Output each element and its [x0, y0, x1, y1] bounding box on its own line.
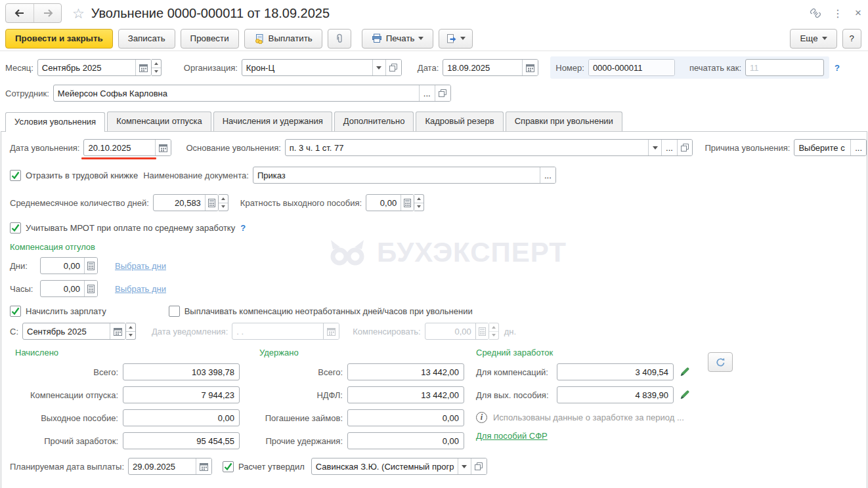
avg-days-spinner[interactable]	[219, 194, 228, 211]
calendar-icon	[323, 323, 339, 339]
number-field[interactable]: 0000-000011	[588, 59, 675, 76]
accrued-vacation-field[interactable]: 7 944,23	[123, 386, 240, 403]
ellipsis-button[interactable]: ...	[661, 140, 677, 155]
from-spinner[interactable]	[126, 323, 136, 340]
employee-field[interactable]: Мейерсон Софья Карловна ...	[53, 85, 451, 102]
planned-date-field[interactable]: 29.09.2025	[128, 458, 212, 475]
edit-pencil-icon[interactable]	[679, 366, 691, 378]
edit-pencil-icon[interactable]	[679, 389, 691, 401]
ellipsis-button[interactable]: ...	[540, 167, 555, 183]
mrot-checkbox-label[interactable]: Учитывать МРОТ при оплате по среднему за…	[26, 223, 235, 233]
tab-personnel-reserve[interactable]: Кадровый резерв	[416, 112, 503, 131]
calendar-icon[interactable]	[110, 323, 125, 339]
tab-dismissal-conditions[interactable]: Условия увольнения	[5, 112, 105, 132]
accrue-row: Начислить зарплату Выплачивать компенсац…	[10, 306, 867, 317]
hours-field[interactable]: 0,00	[40, 280, 98, 297]
doc-name-field[interactable]: Приказ ...	[253, 167, 556, 184]
dismissal-date-field[interactable]: 20.10.2025	[83, 139, 171, 156]
kebab-menu-icon[interactable]: ⋮	[833, 7, 843, 20]
info-icon[interactable]: i	[476, 412, 487, 423]
avg-days-field[interactable]: 20,583	[153, 194, 219, 211]
calendar-icon[interactable]	[155, 140, 171, 155]
cause-field[interactable]: Выберите с ...	[794, 139, 867, 156]
tab-accruals-deductions[interactable]: Начисления и удержания	[213, 112, 332, 131]
write-button[interactable]: Записать	[118, 29, 175, 49]
approver-field[interactable]: Савинская З.Ю. (Системный прогр	[311, 458, 487, 475]
tab-additional[interactable]: Дополнительно	[334, 112, 414, 131]
link-icon[interactable]	[810, 8, 821, 19]
calculator-icon[interactable]	[84, 258, 97, 274]
calendar-icon[interactable]	[522, 60, 538, 75]
select-days-link[interactable]: Выбрать дни	[115, 261, 166, 271]
more-button[interactable]: Еще	[790, 29, 836, 49]
from-field[interactable]: Сентябрь 2025	[22, 323, 126, 340]
open-icon[interactable]	[385, 60, 401, 75]
accrue-salary-label[interactable]: Начислить зарплату	[26, 306, 106, 316]
accrued-severance-field[interactable]: 0,00	[123, 409, 240, 426]
accrue-salary-checkbox[interactable]	[10, 306, 21, 317]
withheld-ndfl-field[interactable]: 13 442,00	[347, 386, 464, 403]
withheld-other-field[interactable]: 0,00	[347, 432, 464, 449]
accrued-total-field[interactable]: 103 398,78	[123, 363, 240, 380]
calculator-icon[interactable]	[84, 281, 97, 296]
avg-compensation-field[interactable]: 3 409,54	[557, 363, 674, 380]
open-icon[interactable]	[677, 140, 693, 155]
tab-dismissal-certificates[interactable]: Справки при увольнении	[506, 112, 622, 131]
calendar-icon[interactable]	[135, 60, 151, 75]
more-label: Еще	[800, 33, 817, 43]
approved-checkbox[interactable]	[223, 461, 234, 472]
print-as-field[interactable]: 11	[745, 59, 824, 76]
withheld-total-field[interactable]: 13 442,00	[347, 363, 464, 380]
document-header: Месяц: Сентябрь 2025 Организация: Крон-Ц…	[0, 51, 868, 109]
basis-field[interactable]: п. 3 ч. 1 ст. 77 ...	[285, 139, 693, 156]
open-icon[interactable]	[471, 458, 487, 474]
check-icon	[11, 224, 20, 232]
help-icon[interactable]: ?	[240, 223, 246, 233]
employee-label: Сотрудник:	[5, 89, 49, 98]
organization-field[interactable]: Крон-Ц	[242, 59, 402, 76]
date-field[interactable]: 18.09.2025	[443, 59, 538, 76]
ellipsis-button[interactable]: ...	[419, 85, 435, 101]
month-field[interactable]: Сентябрь 2025	[37, 59, 152, 76]
pay-button[interactable]: Выплатить	[244, 29, 322, 49]
pay-unworked-checkbox[interactable]	[169, 306, 180, 317]
refresh-button[interactable]	[708, 352, 733, 372]
avg-severance-field[interactable]: 4 839,90	[557, 386, 674, 403]
open-icon[interactable]	[435, 85, 450, 101]
post-and-close-button[interactable]: Провести и закрыть	[5, 29, 113, 49]
attachments-button[interactable]	[328, 29, 351, 49]
calculator-icon[interactable]	[401, 195, 414, 211]
pay-icon	[254, 33, 265, 44]
severance-spinner[interactable]	[414, 194, 424, 211]
export-button[interactable]	[439, 29, 473, 49]
export-icon	[446, 33, 456, 44]
workbook-checkbox[interactable]	[10, 170, 21, 181]
close-icon[interactable]: ×	[855, 7, 861, 20]
number-value: 0000-000011	[589, 60, 674, 75]
accrued-other-field[interactable]: 95 454,55	[123, 432, 240, 449]
month-spinner[interactable]	[152, 59, 162, 76]
help-icon[interactable]: ?	[835, 63, 840, 73]
pay-unworked-label[interactable]: Выплачивать компенсацию неотработанных д…	[184, 306, 473, 316]
withheld-loans-field[interactable]: 0,00	[347, 409, 464, 426]
chevron-down-icon[interactable]	[372, 60, 385, 75]
ellipsis-button[interactable]: ...	[850, 140, 866, 155]
help-button[interactable]: ?	[842, 29, 861, 49]
approved-checkbox-label[interactable]: Расчет утвердил	[238, 462, 305, 472]
calculator-icon[interactable]	[205, 195, 218, 211]
favorite-star-icon[interactable]: ☆	[72, 7, 85, 20]
days-field[interactable]: 0,00	[40, 257, 98, 274]
mrot-checkbox[interactable]	[10, 222, 21, 234]
chevron-down-icon[interactable]	[458, 458, 471, 474]
print-button[interactable]: Печать	[362, 29, 434, 49]
forward-button[interactable]	[33, 4, 61, 22]
severance-field[interactable]: 0,00	[366, 194, 414, 211]
sfr-benefits-link[interactable]: Для пособий СФР	[476, 431, 548, 441]
back-button[interactable]	[6, 4, 33, 22]
workbook-checkbox-label[interactable]: Отразить в трудовой книжке	[26, 171, 138, 180]
chevron-down-icon[interactable]	[648, 140, 661, 155]
select-hours-link[interactable]: Выбрать дни	[115, 284, 166, 294]
post-button[interactable]: Провести	[181, 29, 239, 49]
calendar-icon[interactable]	[196, 458, 211, 474]
tab-vacation-compensation[interactable]: Компенсации отпуска	[107, 112, 211, 131]
